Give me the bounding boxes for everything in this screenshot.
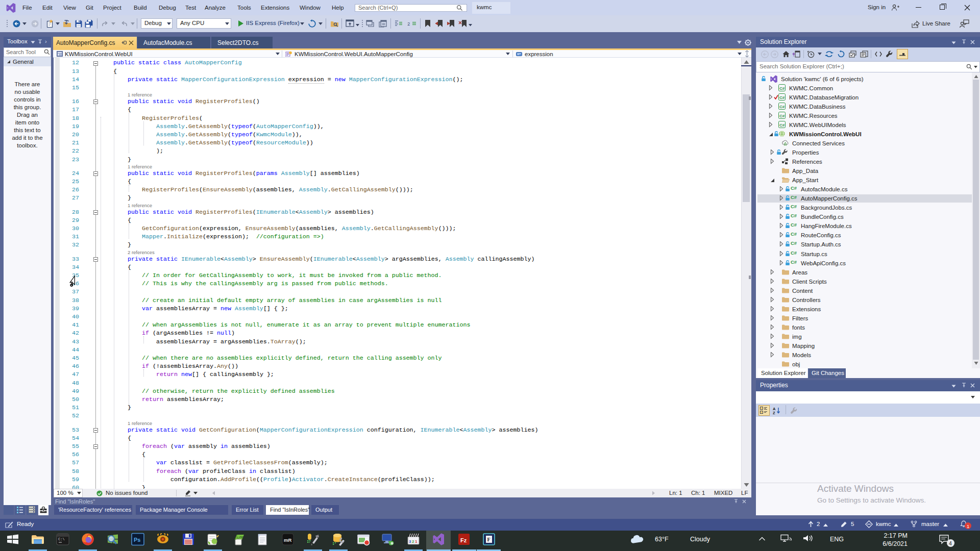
svg-text:1: 1 [415,539,418,544]
svg-text:C#: C# [791,185,797,191]
svg-text:C#: C# [791,250,797,256]
svg-text:C#: C# [779,113,785,118]
svg-text:C#: C# [791,231,797,237]
svg-text:C#: C# [791,213,797,218]
svg-text:Z: Z [773,411,775,414]
svg-text:C#: C# [779,104,785,109]
svg-text:Ps: Ps [134,537,140,543]
svg-text:C#: C# [791,240,797,246]
svg-text:2: 2 [412,539,414,544]
svg-text:F: F [487,537,491,542]
svg-text:Fz: Fz [460,537,467,543]
svg-text:C:\: C:\ [58,537,65,541]
svg-text:C#: C# [779,122,785,127]
svg-text:C#: C# [779,86,785,90]
svg-text:C#: C# [791,222,797,228]
svg-text:LITE: LITE [237,536,243,539]
svg-text:mR: mR [284,537,291,543]
svg-text:C#: C# [791,194,797,200]
svg-text:C#: C# [791,204,797,209]
svg-text:C#: C# [791,259,797,265]
svg-text:C#: C# [779,95,785,99]
svg-text:3: 3 [409,539,411,544]
svg-text:2: 2 [407,22,410,27]
